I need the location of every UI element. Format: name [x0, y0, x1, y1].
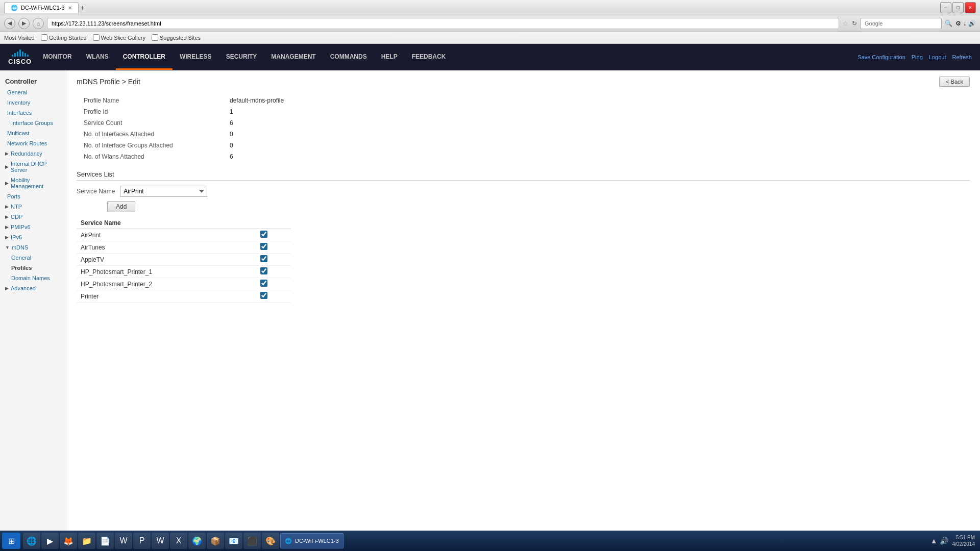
sidebar-item-dhcp-server[interactable]: ▶ Internal DHCP Server — [0, 159, 66, 175]
sidebar-item-mdns[interactable]: ▼ mDNS — [0, 242, 66, 253]
sidebar-item-label: Redundancy — [11, 151, 42, 157]
sidebar-item-pmipv6[interactable]: ▶ PMIPv6 — [0, 222, 66, 232]
sidebar-item-network-routes[interactable]: Network Routes — [0, 138, 66, 148]
browser-titlebar: 🌐 DC-WiFi-WLC1-3 ✕ + ─ □ ✕ — [0, 0, 980, 15]
table-row: HP_Photosmart_Printer_2 — [77, 278, 291, 290]
content-area: mDNS Profile > Edit < Back Profile Name … — [66, 70, 980, 531]
header-actions: Save Configuration Ping Logout Refresh — [857, 54, 972, 60]
sidebar-item-interfaces[interactable]: Interfaces — [0, 108, 66, 118]
back-nav-button[interactable]: ◀ — [4, 18, 15, 29]
service-name-cell: Printer — [77, 290, 256, 303]
logo-bar-6 — [24, 53, 26, 57]
nav-security[interactable]: SECURITY — [219, 45, 264, 70]
nav-feedback[interactable]: FEEDBACK — [405, 45, 453, 70]
service-enabled-checkbox[interactable] — [260, 231, 267, 238]
service-enabled-checkbox[interactable] — [260, 255, 267, 262]
refresh-link[interactable]: Refresh — [952, 54, 972, 60]
speaker-icon[interactable]: 🔊 — [968, 20, 976, 27]
new-tab-button[interactable]: + — [81, 4, 85, 12]
nav-controller[interactable]: CONTROLLER — [116, 45, 173, 70]
save-config-link[interactable]: Save Configuration — [857, 54, 905, 60]
service-name-cell: HP_Photosmart_Printer_2 — [77, 278, 256, 290]
sidebar-title: Controller — [0, 74, 66, 87]
back-button[interactable]: < Back — [939, 77, 970, 87]
address-bar: ◀ ▶ ⌂ ☆ ↻ 🔍 ⚙ ↓ 🔊 — [0, 15, 980, 32]
table-row: AirPrint — [77, 229, 291, 241]
chevron-right-icon: ▶ — [5, 286, 9, 291]
service-enabled-cell — [256, 266, 291, 278]
bookmark-getting-started[interactable]: Getting Started — [41, 34, 87, 41]
sidebar-item-mobility[interactable]: ▶ Mobility Management — [0, 175, 66, 191]
sidebar-item-redundancy[interactable]: ▶ Redundancy — [0, 148, 66, 159]
bookmark-most-visited[interactable]: Most Visited — [4, 35, 35, 41]
service-enabled-checkbox[interactable] — [260, 267, 267, 274]
table-row: AppleTV — [77, 254, 291, 266]
ping-link[interactable]: Ping — [912, 54, 923, 60]
sidebar-item-advanced[interactable]: ▶ Advanced — [0, 283, 66, 293]
field-label-wlans-attached: No. of Wlans Attached — [77, 153, 230, 160]
bookmark-star-icon[interactable]: ☆ — [842, 19, 849, 28]
search-button[interactable]: 🔍 — [945, 20, 952, 27]
service-enabled-checkbox[interactable] — [260, 292, 267, 299]
sidebar-item-label: Internal DHCP Server — [11, 161, 61, 173]
sidebar-item-inventory[interactable]: Inventory — [0, 97, 66, 108]
nav-management[interactable]: MANAGEMENT — [264, 45, 323, 70]
service-enabled-cell — [256, 229, 291, 241]
chevron-right-icon: ▶ — [5, 151, 9, 156]
sidebar-item-mdns-domain-names[interactable]: Domain Names — [0, 273, 66, 283]
service-name-select[interactable]: AirPrint AirTunes AppleTV HP_Photosmart_… — [120, 186, 207, 197]
field-label-service-count: Service Count — [77, 119, 230, 127]
nav-help[interactable]: HELP — [374, 45, 405, 70]
field-label-profile-id: Profile Id — [77, 108, 230, 115]
download-icon[interactable]: ↓ — [963, 20, 966, 27]
minimize-button[interactable]: ─ — [940, 2, 951, 13]
sidebar-item-ipv6[interactable]: ▶ IPv6 — [0, 232, 66, 242]
sidebar-item-interface-groups[interactable]: Interface Groups — [0, 118, 66, 128]
browser-tab[interactable]: 🌐 DC-WiFi-WLC1-3 ✕ — [4, 2, 79, 13]
main-layout: Controller General Inventory Interfaces … — [0, 70, 980, 531]
sidebar-item-mdns-profiles[interactable]: Profiles — [0, 263, 66, 273]
nav-monitor[interactable]: MONITOR — [36, 45, 79, 70]
sidebar-item-mdns-general[interactable]: General — [0, 253, 66, 263]
refresh-icon[interactable]: ↻ — [852, 20, 857, 27]
service-name-cell: AirTunes — [77, 241, 256, 254]
sidebar-item-multicast[interactable]: Multicast — [0, 128, 66, 138]
nav-wlans[interactable]: WLANS — [79, 45, 116, 70]
chevron-right-icon: ▶ — [5, 204, 9, 209]
service-enabled-cell — [256, 254, 291, 266]
bookmark-checkbox[interactable] — [41, 34, 47, 41]
sidebar-item-ports[interactable]: Ports — [0, 191, 66, 202]
sidebar-item-label: Mobility Management — [11, 177, 61, 189]
service-enabled-checkbox[interactable] — [260, 280, 267, 287]
sidebar-item-label: IPv6 — [11, 234, 22, 240]
address-input[interactable] — [47, 18, 839, 29]
sidebar-item-ntp[interactable]: ▶ NTP — [0, 202, 66, 212]
service-name-cell: AppleTV — [77, 254, 256, 266]
sidebar-item-label: PMIPv6 — [11, 224, 31, 230]
services-list-title: Services List — [77, 170, 970, 181]
nav-wireless[interactable]: WIRELESS — [173, 45, 219, 70]
service-enabled-checkbox[interactable] — [260, 243, 267, 250]
tab-close-button[interactable]: ✕ — [68, 5, 72, 11]
page-title: mDNS Profile > Edit — [77, 78, 140, 86]
bookmark-web-slice[interactable]: Web Slice Gallery — [93, 34, 145, 41]
sidebar-item-cdp[interactable]: ▶ CDP — [0, 212, 66, 222]
chevron-right-icon: ▶ — [5, 224, 9, 230]
page-header: mDNS Profile > Edit < Back — [77, 77, 970, 87]
nav-commands[interactable]: COMMANDS — [323, 45, 374, 70]
services-table-header-check — [256, 217, 291, 229]
bookmark-checkbox[interactable] — [93, 34, 100, 41]
close-button[interactable]: ✕ — [965, 2, 976, 13]
sidebar-item-general[interactable]: General — [0, 87, 66, 97]
forward-nav-button[interactable]: ▶ — [18, 18, 30, 29]
logout-link[interactable]: Logout — [929, 54, 946, 60]
home-button[interactable]: ⌂ — [33, 18, 44, 29]
search-input[interactable] — [860, 18, 942, 29]
sidebar-item-label: Advanced — [11, 285, 36, 291]
maximize-button[interactable]: □ — [952, 2, 964, 13]
tools-icon[interactable]: ⚙ — [955, 20, 961, 27]
bookmark-checkbox[interactable] — [152, 34, 158, 41]
bookmark-suggested[interactable]: Suggested Sites — [152, 34, 201, 41]
browser-extras: ⚙ ↓ 🔊 — [955, 20, 976, 27]
add-service-button[interactable]: Add — [107, 201, 135, 212]
